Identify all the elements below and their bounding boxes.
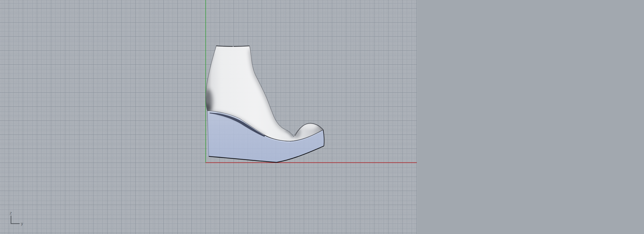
axis-gizmo-z-label: z — [10, 211, 12, 215]
axis-gizmo: z y — [10, 211, 23, 226]
axis-gizmo-y-label: y — [21, 221, 23, 226]
viewport-3d[interactable]: z y — [0, 0, 644, 234]
axis-gizmo-lines — [11, 216, 20, 224]
scene-svg: z y — [0, 0, 644, 234]
